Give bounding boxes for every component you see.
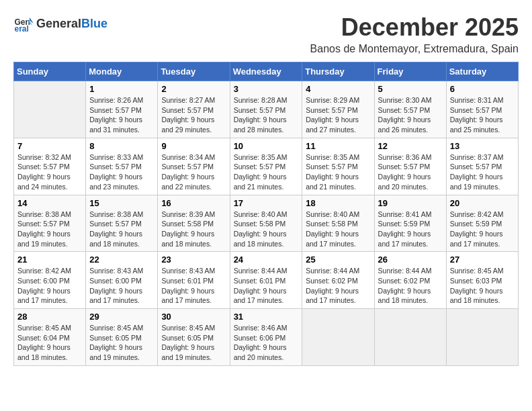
calendar-cell xyxy=(374,309,446,366)
cell-info: Sunrise: 8:42 AM Sunset: 6:00 PM Dayligh… xyxy=(17,266,82,306)
column-header-sunday: Sunday xyxy=(14,62,86,81)
logo-general: General xyxy=(36,17,81,31)
column-header-saturday: Saturday xyxy=(446,62,518,81)
cell-info: Sunrise: 8:38 AM Sunset: 5:57 PM Dayligh… xyxy=(17,210,82,249)
week-row-3: 14Sunrise: 8:38 AM Sunset: 5:57 PM Dayli… xyxy=(14,195,519,252)
day-number: 1 xyxy=(89,84,154,94)
week-row-4: 21Sunrise: 8:42 AM Sunset: 6:00 PM Dayli… xyxy=(14,252,519,309)
day-number: 11 xyxy=(306,141,370,151)
column-header-tuesday: Tuesday xyxy=(158,62,230,81)
cell-info: Sunrise: 8:40 AM Sunset: 5:58 PM Dayligh… xyxy=(234,210,299,249)
week-row-2: 7Sunrise: 8:32 AM Sunset: 5:57 PM Daylig… xyxy=(14,138,519,195)
calendar-cell: 10Sunrise: 8:35 AM Sunset: 5:57 PM Dayli… xyxy=(230,138,302,195)
day-number: 27 xyxy=(450,255,515,265)
day-number: 25 xyxy=(306,255,370,265)
calendar-cell: 15Sunrise: 8:38 AM Sunset: 5:57 PM Dayli… xyxy=(86,195,158,252)
cell-info: Sunrise: 8:31 AM Sunset: 5:57 PM Dayligh… xyxy=(450,95,515,135)
day-number: 3 xyxy=(234,84,299,94)
day-number: 26 xyxy=(378,255,443,265)
cell-info: Sunrise: 8:29 AM Sunset: 5:57 PM Dayligh… xyxy=(306,95,370,135)
cell-info: Sunrise: 8:26 AM Sunset: 5:57 PM Dayligh… xyxy=(89,95,154,135)
cell-info: Sunrise: 8:45 AM Sunset: 6:05 PM Dayligh… xyxy=(89,323,154,363)
cell-info: Sunrise: 8:37 AM Sunset: 5:57 PM Dayligh… xyxy=(450,152,515,192)
cell-info: Sunrise: 8:45 AM Sunset: 6:04 PM Dayligh… xyxy=(17,323,82,363)
calendar-cell: 22Sunrise: 8:43 AM Sunset: 6:00 PM Dayli… xyxy=(86,252,158,309)
page-header: Gen eral General Blue December 2025 Bano… xyxy=(13,13,519,55)
calendar-cell: 28Sunrise: 8:45 AM Sunset: 6:04 PM Dayli… xyxy=(14,309,86,366)
calendar-cell: 19Sunrise: 8:41 AM Sunset: 5:59 PM Dayli… xyxy=(374,195,446,252)
day-number: 30 xyxy=(161,312,226,322)
day-number: 5 xyxy=(378,84,443,94)
calendar-cell xyxy=(302,309,374,366)
title-area: December 2025 Banos de Montemayor, Extre… xyxy=(310,13,519,55)
cell-info: Sunrise: 8:45 AM Sunset: 6:03 PM Dayligh… xyxy=(450,266,515,306)
calendar-cell: 31Sunrise: 8:46 AM Sunset: 6:06 PM Dayli… xyxy=(230,309,302,366)
calendar-cell: 30Sunrise: 8:45 AM Sunset: 6:05 PM Dayli… xyxy=(158,309,230,366)
day-number: 28 xyxy=(17,312,82,322)
cell-info: Sunrise: 8:44 AM Sunset: 6:01 PM Dayligh… xyxy=(234,266,299,306)
calendar-cell: 12Sunrise: 8:36 AM Sunset: 5:57 PM Dayli… xyxy=(374,138,446,195)
day-number: 15 xyxy=(89,198,154,208)
calendar-cell: 7Sunrise: 8:32 AM Sunset: 5:57 PM Daylig… xyxy=(14,138,86,195)
calendar-cell: 20Sunrise: 8:42 AM Sunset: 5:59 PM Dayli… xyxy=(446,195,518,252)
calendar-cell: 24Sunrise: 8:44 AM Sunset: 6:01 PM Dayli… xyxy=(230,252,302,309)
cell-info: Sunrise: 8:35 AM Sunset: 5:57 PM Dayligh… xyxy=(306,152,370,192)
calendar-cell: 14Sunrise: 8:38 AM Sunset: 5:57 PM Dayli… xyxy=(14,195,86,252)
day-number: 14 xyxy=(17,198,82,208)
day-number: 17 xyxy=(234,198,299,208)
logo: Gen eral General Blue xyxy=(13,13,107,34)
day-number: 9 xyxy=(161,141,226,151)
calendar-cell: 4Sunrise: 8:29 AM Sunset: 5:57 PM Daylig… xyxy=(302,81,374,138)
day-number: 8 xyxy=(89,141,154,151)
calendar-cell: 9Sunrise: 8:34 AM Sunset: 5:57 PM Daylig… xyxy=(158,138,230,195)
header-row: SundayMondayTuesdayWednesdayThursdayFrid… xyxy=(14,62,519,81)
day-number: 29 xyxy=(89,312,154,322)
calendar-cell: 17Sunrise: 8:40 AM Sunset: 5:58 PM Dayli… xyxy=(230,195,302,252)
day-number: 19 xyxy=(378,198,443,208)
page-title: December 2025 xyxy=(310,13,519,42)
cell-info: Sunrise: 8:43 AM Sunset: 6:01 PM Dayligh… xyxy=(161,266,226,306)
cell-info: Sunrise: 8:32 AM Sunset: 5:57 PM Dayligh… xyxy=(17,152,82,192)
day-number: 20 xyxy=(450,198,515,208)
day-number: 18 xyxy=(306,198,370,208)
day-number: 12 xyxy=(378,141,443,151)
cell-info: Sunrise: 8:46 AM Sunset: 6:06 PM Dayligh… xyxy=(234,323,299,363)
cell-info: Sunrise: 8:42 AM Sunset: 5:59 PM Dayligh… xyxy=(450,210,515,249)
calendar-table: SundayMondayTuesdayWednesdayThursdayFrid… xyxy=(13,62,519,366)
calendar-cell xyxy=(14,81,86,138)
day-number: 10 xyxy=(234,141,299,151)
cell-info: Sunrise: 8:27 AM Sunset: 5:57 PM Dayligh… xyxy=(161,95,226,135)
page-subtitle: Banos de Montemayor, Extremadura, Spain xyxy=(310,43,519,55)
cell-info: Sunrise: 8:30 AM Sunset: 5:57 PM Dayligh… xyxy=(378,95,443,135)
calendar-cell xyxy=(446,309,518,366)
calendar-cell: 6Sunrise: 8:31 AM Sunset: 5:57 PM Daylig… xyxy=(446,81,518,138)
day-number: 21 xyxy=(17,255,82,265)
calendar-cell: 3Sunrise: 8:28 AM Sunset: 5:57 PM Daylig… xyxy=(230,81,302,138)
calendar-cell: 21Sunrise: 8:42 AM Sunset: 6:00 PM Dayli… xyxy=(14,252,86,309)
day-number: 4 xyxy=(306,84,370,94)
calendar-cell: 13Sunrise: 8:37 AM Sunset: 5:57 PM Dayli… xyxy=(446,138,518,195)
cell-info: Sunrise: 8:38 AM Sunset: 5:57 PM Dayligh… xyxy=(89,210,154,249)
calendar-cell: 25Sunrise: 8:44 AM Sunset: 6:02 PM Dayli… xyxy=(302,252,374,309)
cell-info: Sunrise: 8:28 AM Sunset: 5:57 PM Dayligh… xyxy=(234,95,299,135)
calendar-cell: 27Sunrise: 8:45 AM Sunset: 6:03 PM Dayli… xyxy=(446,252,518,309)
calendar-cell: 5Sunrise: 8:30 AM Sunset: 5:57 PM Daylig… xyxy=(374,81,446,138)
day-number: 7 xyxy=(17,141,82,151)
cell-info: Sunrise: 8:40 AM Sunset: 5:58 PM Dayligh… xyxy=(306,210,370,249)
cell-info: Sunrise: 8:45 AM Sunset: 6:05 PM Dayligh… xyxy=(161,323,226,363)
calendar-cell: 8Sunrise: 8:33 AM Sunset: 5:57 PM Daylig… xyxy=(86,138,158,195)
cell-info: Sunrise: 8:39 AM Sunset: 5:58 PM Dayligh… xyxy=(161,210,226,249)
day-number: 23 xyxy=(161,255,226,265)
calendar-cell: 26Sunrise: 8:44 AM Sunset: 6:02 PM Dayli… xyxy=(374,252,446,309)
column-header-monday: Monday xyxy=(86,62,158,81)
calendar-cell: 18Sunrise: 8:40 AM Sunset: 5:58 PM Dayli… xyxy=(302,195,374,252)
logo-blue: Blue xyxy=(81,17,107,31)
svg-text:eral: eral xyxy=(15,24,29,34)
day-number: 16 xyxy=(161,198,226,208)
cell-info: Sunrise: 8:33 AM Sunset: 5:57 PM Dayligh… xyxy=(89,152,154,192)
calendar-cell: 16Sunrise: 8:39 AM Sunset: 5:58 PM Dayli… xyxy=(158,195,230,252)
calendar-cell: 2Sunrise: 8:27 AM Sunset: 5:57 PM Daylig… xyxy=(158,81,230,138)
calendar-cell: 1Sunrise: 8:26 AM Sunset: 5:57 PM Daylig… xyxy=(86,81,158,138)
column-header-friday: Friday xyxy=(374,62,446,81)
calendar-cell: 23Sunrise: 8:43 AM Sunset: 6:01 PM Dayli… xyxy=(158,252,230,309)
